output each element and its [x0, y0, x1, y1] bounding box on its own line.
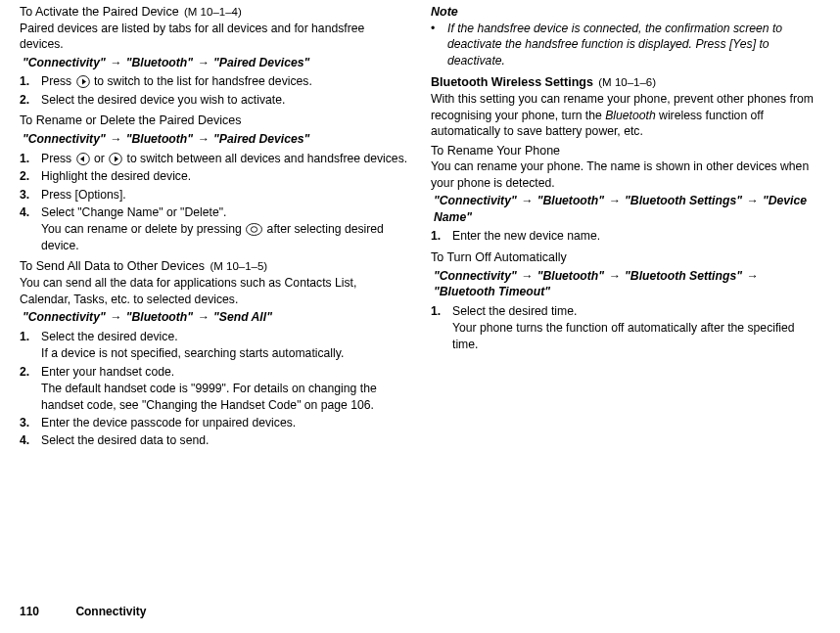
arrow-icon: → [109, 56, 122, 69]
nav-path: "Connectivity" → "Bluetooth" → "Paired D… [23, 55, 409, 70]
steps-list: 1. Press or to switch between all device… [20, 150, 409, 255]
arrow-icon: → [607, 194, 621, 207]
step: 2. Highlight the desired device. [20, 167, 409, 185]
page-number: 110 [20, 605, 39, 618]
step-subtext: The default handset code is "9999". For … [41, 381, 409, 413]
path-seg: "Bluetooth" [537, 194, 604, 207]
arrow-icon: → [109, 132, 122, 146]
step-text: Press [41, 74, 75, 88]
step: 2. Enter your handset code. The default … [20, 363, 409, 414]
svg-point-3 [247, 224, 262, 236]
body-text: You can rename your phone. The name is s… [431, 158, 820, 191]
step-text: Select the desired data to send. [41, 432, 409, 448]
menu-code: (M 10–1–4) [184, 6, 242, 18]
right-key-icon [76, 75, 90, 88]
step-text: Select the desired device you wish to ac… [41, 92, 409, 108]
step: 1. Press to switch to the list for hands… [20, 72, 409, 90]
path-seg: "Connectivity" [23, 56, 106, 69]
arrow-icon: → [520, 269, 534, 283]
path-seg: "Connectivity" [23, 132, 106, 146]
step-text: to switch between all devices and handsf… [123, 152, 407, 165]
manual-page: To Activate the Paired Device (M 10–1–4)… [0, 0, 840, 454]
step-subtext: Your phone turns the function off automa… [452, 320, 820, 352]
text-italic: Bluetooth [605, 109, 656, 122]
path-seg: "Bluetooth Timeout" [434, 285, 550, 298]
center-key-icon [246, 223, 262, 236]
heading: To Activate the Paired Device [20, 5, 179, 19]
step-text: Enter your handset code. [41, 364, 409, 380]
heading: To Turn Off Automatically [431, 250, 567, 264]
steps-list: 1. Select the desired device. If a devic… [20, 328, 409, 450]
path-seg: "Connectivity" [434, 269, 517, 283]
nav-path: "Connectivity" → "Bluetooth" → "Bluetoot… [434, 193, 820, 225]
arrow-icon: → [607, 269, 621, 283]
footer-section: Connectivity [75, 605, 146, 618]
path-seg: "Bluetooth" [126, 56, 193, 69]
body-text: Paired devices are listed by tabs for al… [20, 21, 409, 53]
step-text: Enter the device passcode for unpaired d… [41, 415, 409, 430]
step-text: Press [Options]. [41, 187, 409, 203]
menu-code: (M 10–1–5) [210, 260, 267, 272]
note-heading: Note [431, 4, 820, 21]
menu-code: (M 10–1–6) [598, 76, 656, 88]
path-seg: "Bluetooth" [537, 269, 604, 283]
step: 4. Select "Change Name" or "Delete". You… [20, 203, 409, 254]
path-seg: "Paired Devices" [213, 132, 309, 146]
step: 1. Select the desired time. Your phone t… [431, 302, 820, 353]
bullet-icon: • [431, 21, 447, 68]
section-send-all: To Send All Data to Other Devices (M 10–… [20, 258, 409, 450]
step: 1. Enter the new device name. [431, 227, 820, 245]
path-seg: "Bluetooth" [126, 132, 193, 146]
section-rename-delete: To Rename or Delete the Paired Devices "… [20, 113, 409, 254]
path-seg: "Connectivity" [434, 194, 517, 207]
path-seg: "Bluetooth" [126, 310, 193, 324]
heading: To Rename Your Phone [431, 144, 560, 158]
steps-list: 1. Enter the new device name. [431, 227, 820, 245]
section-turn-off-auto: To Turn Off Automatically "Connectivity"… [431, 249, 820, 353]
section-activate-paired: To Activate the Paired Device (M 10–1–4)… [20, 4, 409, 109]
heading: To Rename or Delete the Paired Devices [20, 113, 242, 127]
section-rename-phone: To Rename Your Phone You can rename your… [431, 143, 820, 246]
step: 3. Press [Options]. [20, 186, 409, 203]
left-key-icon [76, 153, 90, 165]
body-text: With this setting you can rename your ph… [431, 91, 820, 139]
step-subtext: If a device is not specified, searching … [41, 345, 409, 361]
body-text: You can send all the data for applicatio… [20, 275, 409, 307]
page-footer: 110 Connectivity [20, 604, 146, 619]
arrow-icon: → [196, 56, 210, 69]
path-seg: "Connectivity" [23, 310, 106, 324]
step: 4. Select the desired data to send. [20, 431, 409, 449]
nav-path: "Connectivity" → "Bluetooth" → "Send All… [23, 309, 409, 325]
note-text: If the handsfree device is connected, th… [447, 21, 820, 68]
step-text: Select the desired device. [41, 329, 409, 344]
right-column: Note • If the handsfree device is connec… [431, 4, 820, 454]
note-block: Note • If the handsfree device is connec… [431, 4, 820, 68]
arrow-icon: → [745, 194, 759, 207]
step-text: Highlight the desired device. [41, 168, 409, 184]
step-text: Select the desired time. [452, 303, 820, 319]
arrow-icon: → [745, 269, 759, 283]
step: 3. Enter the device passcode for unpaire… [20, 414, 409, 431]
left-column: To Activate the Paired Device (M 10–1–4)… [20, 4, 409, 454]
steps-list: 1. Select the desired time. Your phone t… [431, 302, 820, 353]
step-subtext: You can rename or delete by pressing [41, 222, 245, 236]
path-seg: "Bluetooth Settings" [625, 269, 742, 283]
nav-path: "Connectivity" → "Bluetooth" → "Bluetoot… [434, 268, 820, 300]
arrow-icon: → [196, 132, 210, 146]
path-seg: "Bluetooth Settings" [625, 194, 742, 207]
step: 2. Select the desired device you wish to… [20, 91, 409, 109]
step-text: Enter the new device name. [452, 228, 820, 244]
heading: To Send All Data to Other Devices [20, 259, 205, 273]
step-text: to switch to the list for handsfree devi… [91, 74, 312, 88]
arrow-icon: → [109, 310, 122, 324]
nav-path: "Connectivity" → "Bluetooth" → "Paired D… [23, 131, 409, 147]
heading: Bluetooth Wireless Settings [431, 75, 593, 89]
step-text: or [91, 152, 109, 165]
svg-point-4 [252, 227, 257, 233]
steps-list: 1. Press to switch to the list for hands… [20, 72, 409, 109]
section-bt-settings: Bluetooth Wireless Settings (M 10–1–6) W… [431, 74, 820, 139]
step: 1. Press or to switch between all device… [20, 150, 409, 167]
right-key-icon [109, 153, 122, 165]
step-text: Select "Change Name" or "Delete". [41, 204, 409, 220]
arrow-icon: → [520, 194, 534, 207]
